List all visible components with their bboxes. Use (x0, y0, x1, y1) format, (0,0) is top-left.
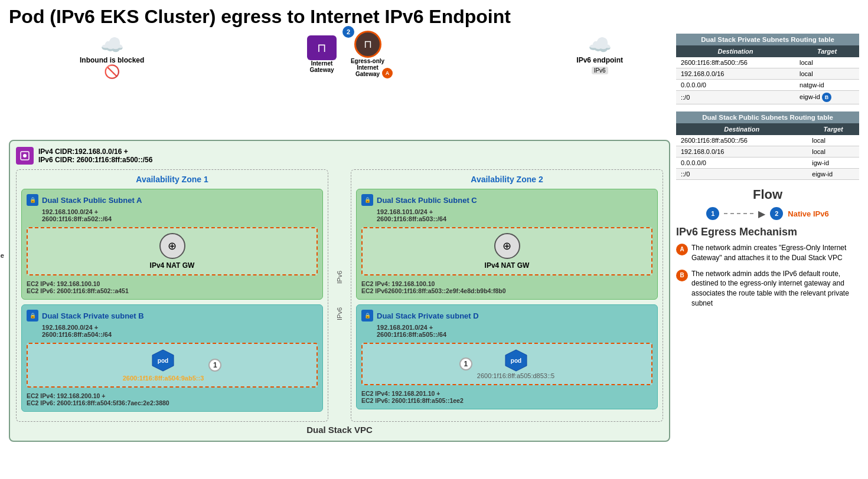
mechanism-text-1: The network admin adds the IPv6 default … (691, 269, 859, 309)
subnet-b: 🔒 Dual Stack Private subnet B 192.168.20… (21, 304, 323, 412)
cloud-left-label: Inbound is blocked (80, 56, 144, 64)
private-row-2-col-0: 0.0.0.0/0 (676, 80, 795, 91)
cloud-right-icon: ☁️ (576, 34, 623, 56)
page: Pod (IPv6 EKS Cluster) egress to Interne… (0, 0, 868, 479)
center-ipv6: IPv6 IPv6 (333, 169, 346, 422)
right-panel: Dual Stack Private Subnets Routing table… (676, 34, 859, 442)
subnet-a-ipv4: 192.168.100.0/24 + (42, 208, 318, 215)
subnet-c-name: Dual Stack Public Subnet C (377, 196, 477, 205)
public-row-3-col-0: ::/0 (676, 169, 807, 180)
mechanism-item-1: BThe network admin adds the IPv6 default… (676, 269, 859, 309)
vpc-label: Dual Stack VPC (16, 422, 663, 435)
mechanism-item-0: AThe network admin creates "Egress-Only … (676, 243, 859, 263)
subnet-a: 🔒 Dual Stack Public Subnet A 192.168.100… (21, 189, 323, 300)
subnet-a-header: 🔒 Dual Stack Public Subnet A (27, 194, 318, 206)
subnet-d-ipv6: 2600:1f16:8ff:a505::/64 (377, 331, 652, 338)
pod-b-icon: pod (151, 349, 175, 372)
diagram-area: EKS Data Plane ☁️ Inbound is blocked 🚫 ⊓ (9, 34, 670, 442)
subnet-d-name: Dual Stack Private subnet D (377, 311, 479, 320)
subnet-b-icon: 🔒 (27, 310, 38, 321)
subnet-b-ipv4: 192.168.200.0/24 + (42, 324, 318, 331)
public-row-1-col-0: 192.168.0.0/16 (676, 146, 807, 158)
pod-b-container: pod 2600:1f16:8ff:a504:9ab5::3 (123, 349, 204, 382)
badge-b: B (822, 93, 831, 102)
public-table-caption: Dual Stack Public Subnets Routing table (676, 111, 859, 123)
badge-a: A (382, 68, 393, 78)
ec2-b-ipv4: EC2 IPv4: 192.168.200.10 + (27, 392, 318, 399)
public-routing-table-container: Dual Stack Public Subnets Routing table … (676, 111, 859, 180)
pod-b-ipv6: 2600:1f16:8ff:a504:9ab5::3 (123, 375, 204, 382)
ec2-b-ipv6: EC2 IPv6: 2600:1f16:8ff:a504:5f36:7aec:2… (27, 399, 318, 406)
nat-gw-a-box: ⊕ IPv4 NAT GW (27, 227, 318, 275)
ec2-a-ipv4: EC2 IPv4: 192.168.100.10 (27, 280, 318, 287)
pod-b-icon-wrap: pod (151, 349, 175, 375)
private-row-3-col-1: eigw-id B (795, 91, 859, 104)
az2-box: Availability Zone 2 🔒 Dual Stack Public … (351, 169, 663, 422)
cloud-right: ☁️ IPv6 endpoint IPv6 (576, 34, 623, 75)
subnet-d-ipv4: 192.168.201.0/24 + (377, 324, 652, 331)
mechanism-text-0: The network admin creates "Egress-Only I… (691, 243, 859, 263)
pod-d-box: 1 pod 2600:1f16:8ff:a505:d853::5 (361, 343, 652, 385)
flow-arrow-right: ▶ (758, 208, 765, 219)
flow-step2: 2 (770, 207, 783, 220)
subnet-a-icon: 🔒 (27, 194, 38, 206)
public-col-dest: Destination (676, 123, 807, 135)
svg-text:pod: pod (510, 357, 521, 364)
subnet-b-name: Dual Stack Private subnet B (42, 311, 144, 320)
az1-box: Availability Zone 1 🔒 Dual Stack Public … (16, 169, 328, 422)
private-col-dest: Destination (676, 45, 795, 57)
subnet-c-header: 🔒 Dual Stack Public Subnet C (361, 194, 652, 206)
pod-d-row: 1 pod 2600:1f16:8ff:a505:d853::5 (459, 349, 554, 379)
private-table-caption: Dual Stack Private Subnets Routing table (676, 34, 859, 45)
page-title: Pod (IPv6 EKS Cluster) egress to Interne… (9, 6, 859, 28)
ipv6-tag-cloud: IPv6 (592, 67, 608, 74)
mechanism-items: AThe network admin creates "Egress-Only … (676, 243, 859, 309)
mechanism-title: IPv6 Egress Mechanism (676, 226, 859, 238)
public-row-3-col-1: eigw-id (807, 169, 859, 180)
ec2-d-ipv4: EC2 IPv4: 192.168.201.10 + (361, 390, 652, 397)
private-row-0-col-0: 2600:1f16:8ff:a500::/56 (676, 57, 795, 68)
public-col-target: Target (807, 123, 859, 135)
pod-b-box: pod 2600:1f16:8ff:a504:9ab5::3 1 (27, 343, 318, 388)
nat-gw-a-icon: ⊕ (159, 233, 185, 259)
eigw-label: Egress-only Internet Gateway (348, 58, 387, 77)
az-container: Availability Zone 1 🔒 Dual Stack Public … (16, 169, 663, 422)
mechanism-badge-B: B (676, 270, 688, 281)
vpc-ipv6-cidr: IPv6 CIDR: 2600:1f16:8ff:a500::/56 (38, 156, 152, 164)
private-row-1-col-0: 192.168.0.0/16 (676, 68, 795, 80)
public-row-1-col-1: local (807, 146, 859, 158)
subnet-c-ipv4: 192.168.101.0/24 + (377, 208, 652, 215)
cloud-right-label: IPv6 endpoint (576, 56, 623, 64)
nat-gw-c-box: ⊕ IPv4 NAT GW (361, 227, 652, 275)
eigw-container: 2 ⊓ Egress-only Internet Gateway A (348, 31, 387, 77)
svg-point-7 (23, 154, 27, 158)
pod-b-row: pod 2600:1f16:8ff:a504:9ab5::3 1 (123, 349, 222, 382)
igw-label: Internet Gateway (304, 60, 340, 73)
igw-container: ⊓ Internet Gateway (304, 35, 340, 73)
subnet-c: 🔒 Dual Stack Public Subnet C 192.168.101… (356, 189, 658, 300)
flow-section: Flow 1 ▶ 2 Native IPv6 (676, 187, 859, 220)
eigw-icon: ⊓ (354, 31, 381, 58)
pod-d-ipv6: 2600:1f16:8ff:a505:d853::5 (477, 372, 554, 379)
nat-gw-a-label: IPv4 NAT GW (150, 261, 195, 270)
subnet-d-header: 🔒 Dual Stack Private subnet D (361, 310, 652, 321)
subnet-a-ipv6: 2600:1f16:8ff:a502::/64 (42, 215, 318, 222)
vpc-cidrs: IPv4 CIDR:192.168.0.0/16 + IPv6 CIDR: 26… (38, 147, 152, 164)
pod-d-container: pod 2600:1f16:8ff:a505:d853::5 (477, 349, 554, 379)
cloud-left-icon: ☁️ (80, 34, 144, 56)
subnet-b-header: 🔒 Dual Stack Private subnet B (27, 310, 318, 321)
ec2-c-ipv4: EC2 IPv4: 192.168.100.10 (361, 280, 652, 287)
public-row-2-col-1: igw-id (807, 158, 859, 169)
subnet-b-ipv6: 2600:1f16:8ff:a504::/64 (42, 331, 318, 338)
subnet-c-ipv6: 2600:1f16:8ff:a503::/64 (377, 215, 652, 222)
flow-label: Native IPv6 (788, 209, 828, 218)
public-row-0-col-1: local (807, 135, 859, 146)
vpc-ipv4-cidr: IPv4 CIDR:192.168.0.0/16 + (38, 147, 152, 156)
flow-dashes (724, 213, 753, 214)
subnet-d-icon: 🔒 (361, 310, 373, 321)
private-routing-table: Destination Target 2600:1f16:8ff:a500::/… (676, 45, 859, 104)
igw-icon: ⊓ (307, 35, 337, 60)
cloud-left: ☁️ Inbound is blocked 🚫 (80, 34, 144, 80)
igw-area: ⊓ Internet Gateway 2 ⊓ Egress-only Inter… (304, 31, 387, 77)
pod-d-icon: pod (504, 349, 528, 372)
